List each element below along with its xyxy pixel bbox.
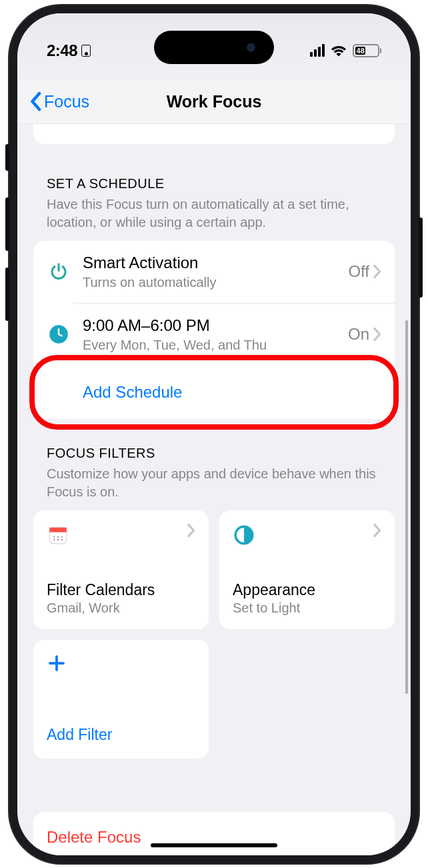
- side-button: [5, 144, 9, 171]
- filter-calendars-tile[interactable]: Filter Calendars Gmail, Work: [33, 510, 209, 629]
- svg-point-3: [53, 536, 55, 537]
- time-schedule-row[interactable]: 9:00 AM–6:00 PM Every Mon, Tue, Wed, and…: [33, 304, 395, 366]
- content-scroll[interactable]: SET A SCHEDULE Have this Focus turn on a…: [17, 124, 411, 855]
- device-frame: 2:48 48 Focus Work Focus: [8, 4, 420, 865]
- schedule-desc: Have this Focus turn on automatically at…: [33, 195, 395, 241]
- dynamic-island: [154, 31, 274, 64]
- nav-bar: Focus Work Focus: [17, 80, 411, 124]
- schedule-card: Smart Activation Turns on automatically …: [33, 241, 395, 419]
- chevron-right-icon: [373, 328, 381, 341]
- smart-activation-sub: Turns on automatically: [83, 274, 348, 291]
- side-button: [5, 268, 9, 321]
- smart-activation-row[interactable]: Smart Activation Turns on automatically …: [33, 241, 395, 303]
- filter-calendars-sub: Gmail, Work: [47, 600, 195, 616]
- time-schedule-value: On: [348, 325, 369, 344]
- svg-point-6: [53, 538, 55, 540]
- appearance-sub: Set to Light: [233, 600, 381, 616]
- time-schedule-title: 9:00 AM–6:00 PM: [83, 316, 348, 336]
- filters-grid: Filter Calendars Gmail, Work Appearance: [33, 510, 395, 759]
- scroll-indicator: [405, 320, 408, 694]
- filters-header: FOCUS FILTERS: [33, 446, 395, 465]
- add-filter-tile[interactable]: Add Filter: [33, 640, 209, 759]
- sim-icon: [81, 45, 91, 57]
- cellular-icon: [310, 44, 325, 57]
- schedule-header: SET A SCHEDULE: [33, 176, 395, 195]
- svg-point-8: [61, 538, 63, 540]
- svg-point-5: [61, 536, 63, 537]
- page-title: Work Focus: [167, 92, 262, 111]
- add-filter-label: Add Filter: [47, 726, 195, 744]
- smart-activation-title: Smart Activation: [83, 253, 348, 273]
- appearance-tile[interactable]: Appearance Set to Light: [219, 510, 395, 629]
- svg-rect-2: [49, 527, 67, 532]
- chevron-right-icon: [187, 524, 195, 537]
- chevron-right-icon: [373, 265, 381, 278]
- plus-icon: [47, 653, 67, 673]
- appearance-title: Appearance: [233, 581, 381, 599]
- battery-indicator: 48: [353, 44, 381, 57]
- svg-point-7: [57, 538, 59, 540]
- delete-focus-label: Delete Focus: [47, 828, 141, 846]
- delete-focus-button[interactable]: Delete Focus: [33, 812, 395, 855]
- screen: 2:48 48 Focus Work Focus: [17, 13, 411, 855]
- add-schedule-label: Add Schedule: [83, 383, 182, 402]
- back-label: Focus: [44, 92, 89, 111]
- chevron-left-icon: [28, 91, 43, 111]
- wifi-icon: [331, 45, 347, 57]
- appearance-icon: [233, 524, 255, 546]
- time-schedule-sub: Every Mon, Tue, Wed, and Thu: [83, 336, 348, 354]
- smart-activation-value: Off: [348, 262, 369, 281]
- status-time: 2:48: [47, 41, 77, 60]
- clock-icon: [49, 324, 69, 344]
- back-button[interactable]: Focus: [28, 91, 89, 111]
- filter-calendars-title: Filter Calendars: [47, 581, 195, 599]
- calendar-icon: [47, 524, 69, 546]
- previous-section-stub: [33, 124, 395, 144]
- power-icon: [49, 262, 69, 282]
- add-schedule-button[interactable]: Add Schedule: [33, 366, 395, 419]
- side-button: [419, 218, 423, 298]
- svg-point-4: [57, 536, 59, 537]
- home-indicator[interactable]: [151, 843, 277, 847]
- side-button: [5, 197, 9, 251]
- chevron-right-icon: [373, 524, 381, 537]
- filters-desc: Customize how your apps and device behav…: [33, 465, 395, 510]
